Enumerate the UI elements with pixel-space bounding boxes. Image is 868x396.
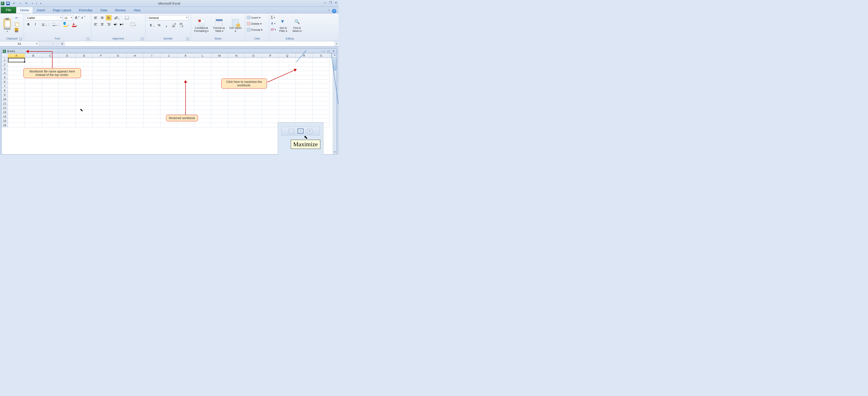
column-header[interactable]: H: [126, 54, 144, 58]
cell[interactable]: [313, 75, 330, 80]
cell[interactable]: [245, 123, 262, 127]
redo-dropdown[interactable]: ▾: [30, 1, 35, 6]
cell[interactable]: [279, 88, 296, 93]
cell[interactable]: [126, 84, 144, 88]
cell[interactable]: [110, 67, 126, 71]
cell[interactable]: [8, 97, 25, 101]
align-right-button[interactable]: [106, 22, 112, 27]
cell[interactable]: [160, 62, 177, 67]
cell[interactable]: [245, 106, 262, 110]
minimize-button[interactable]: —: [323, 1, 327, 4]
cell[interactable]: [25, 80, 42, 84]
cell-styles-button[interactable]: Cell Styles ▾: [228, 14, 243, 33]
cell[interactable]: [211, 62, 228, 67]
cell[interactable]: [93, 97, 110, 101]
cell[interactable]: [228, 97, 245, 101]
cell[interactable]: [262, 106, 279, 110]
cell[interactable]: [262, 62, 279, 67]
cell[interactable]: [245, 71, 262, 75]
cell[interactable]: [110, 62, 126, 67]
tab-insert[interactable]: Insert: [33, 7, 49, 13]
cell[interactable]: [25, 58, 42, 62]
cell[interactable]: [126, 58, 144, 62]
fx-icon[interactable]: fx: [61, 42, 63, 45]
cell[interactable]: [296, 62, 313, 67]
cell[interactable]: [228, 106, 245, 110]
row-header[interactable]: 13: [2, 110, 8, 114]
cell[interactable]: [262, 71, 279, 75]
column-header[interactable]: G: [110, 54, 126, 58]
cell[interactable]: [160, 93, 177, 97]
cell[interactable]: [126, 75, 144, 80]
cell[interactable]: [76, 80, 93, 84]
cell[interactable]: [211, 110, 228, 114]
cell[interactable]: [144, 75, 160, 80]
undo-dropdown[interactable]: ▾: [18, 1, 23, 6]
dialog-launcher-icon[interactable]: ↘: [19, 37, 22, 40]
cell[interactable]: [144, 93, 160, 97]
cell[interactable]: [313, 58, 330, 62]
cell[interactable]: [126, 119, 144, 123]
underline-button[interactable]: U▾: [39, 22, 47, 27]
cell[interactable]: [144, 88, 160, 93]
cell[interactable]: [313, 84, 330, 88]
cell[interactable]: [8, 110, 25, 114]
cell[interactable]: [177, 93, 194, 97]
cell[interactable]: [228, 114, 245, 119]
cell[interactable]: [126, 67, 144, 71]
column-header[interactable]: I: [144, 54, 160, 58]
cell[interactable]: [8, 123, 25, 127]
cell[interactable]: [59, 97, 76, 101]
cell[interactable]: [93, 101, 110, 106]
cell[interactable]: [144, 119, 160, 123]
cell[interactable]: [110, 84, 126, 88]
paste-button[interactable]: Paste ▾: [2, 14, 12, 33]
cell[interactable]: [59, 123, 76, 127]
cell[interactable]: [110, 123, 126, 127]
cell[interactable]: [110, 114, 126, 119]
cell[interactable]: [296, 106, 313, 110]
cell[interactable]: [194, 110, 211, 114]
cell[interactable]: [126, 114, 144, 119]
workbook-minimize-button[interactable]: —: [322, 50, 325, 53]
cell[interactable]: [296, 58, 313, 62]
cell[interactable]: [8, 119, 25, 123]
cell[interactable]: [93, 88, 110, 93]
cell[interactable]: [160, 101, 177, 106]
cell[interactable]: [8, 101, 25, 106]
undo-button[interactable]: ↶: [12, 1, 17, 6]
cell[interactable]: [126, 93, 144, 97]
cell[interactable]: [59, 84, 76, 88]
clear-button[interactable]: ▾: [271, 27, 276, 32]
decrease-decimal-button[interactable]: .00→.0: [178, 23, 184, 28]
italic-button[interactable]: I: [33, 22, 38, 27]
wrap-text-button[interactable]: [124, 15, 130, 21]
cell[interactable]: [194, 58, 211, 62]
cell[interactable]: [262, 97, 279, 101]
cell[interactable]: [144, 110, 160, 114]
cell[interactable]: [228, 123, 245, 127]
tab-formulas[interactable]: Formulas: [75, 7, 97, 13]
cell[interactable]: [76, 62, 93, 67]
cell[interactable]: [76, 114, 93, 119]
workbook-close-button[interactable]: ✕: [333, 50, 335, 53]
cell[interactable]: [211, 97, 228, 101]
cell[interactable]: [160, 88, 177, 93]
cell[interactable]: [177, 106, 194, 110]
column-header[interactable]: F: [93, 54, 110, 58]
cell[interactable]: [42, 84, 59, 88]
cell[interactable]: [194, 67, 211, 71]
conditional-formatting-button[interactable]: Conditional Formatting ▾: [193, 14, 210, 33]
cell[interactable]: [279, 58, 296, 62]
cell[interactable]: [177, 88, 194, 93]
cell[interactable]: [59, 88, 76, 93]
column-header[interactable]: N: [228, 54, 245, 58]
cell[interactable]: [93, 106, 110, 110]
scrollbar-thumb[interactable]: [333, 58, 336, 70]
column-header[interactable]: C: [42, 54, 59, 58]
row-header[interactable]: 11: [2, 101, 8, 106]
row-header[interactable]: 12: [2, 106, 8, 110]
cell[interactable]: [245, 67, 262, 71]
save-button[interactable]: [6, 1, 10, 6]
number-format-select[interactable]: [147, 15, 188, 21]
